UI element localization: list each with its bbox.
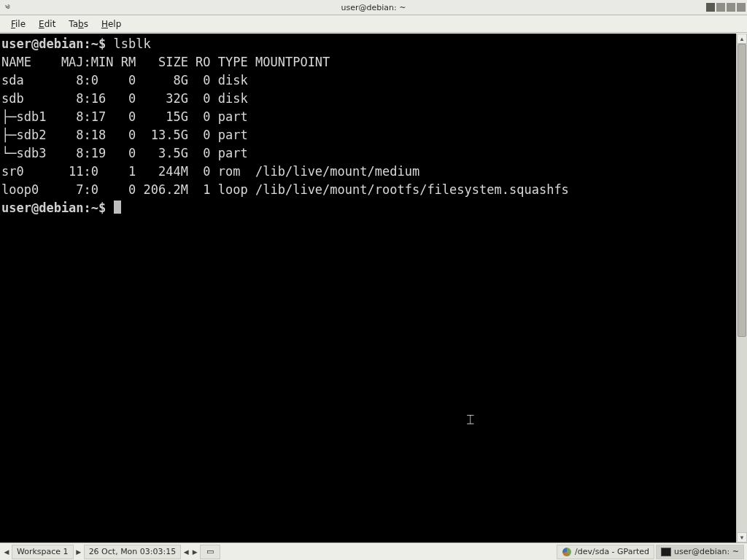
lsblk-row: loop0 7:0 0 206.2M 1 loop /lib/live/moun…: [1, 182, 569, 197]
workspace-switcher[interactable]: Workspace 1: [12, 545, 74, 559]
lsblk-row: ├─sdb1 8:17 0 15G 0 part: [1, 109, 255, 124]
tray-indicator[interactable]: [727, 3, 735, 12]
terminal-output[interactable]: user@debian:~$ lsblk NAME MAJ:MIN RM SIZ…: [0, 34, 736, 542]
shell-command: lsblk: [114, 36, 151, 51]
gparted-icon: [562, 547, 572, 557]
workspace-prev-icon[interactable]: ◀: [3, 548, 10, 556]
menu-tabs[interactable]: Tabs: [62, 18, 95, 31]
menu-edit[interactable]: Edit: [32, 18, 62, 31]
bottom-taskbar: ◀ Workspace 1 ▶ 26 Oct, Mon 03:03:15 ◀ ▶…: [0, 542, 747, 560]
lsblk-row: └─sdb3 8:19 0 3.5G 0 part: [1, 146, 255, 160]
shell-prompt: user@debian:~$: [1, 36, 106, 51]
taskbar-clock[interactable]: 26 Oct, Mon 03:03:15: [84, 545, 182, 559]
terminal-window: user@debian:~$ lsblk NAME MAJ:MIN RM SIZ…: [0, 33, 747, 542]
tray-indicator[interactable]: [716, 3, 725, 12]
scroll-down-button[interactable]: ▾: [737, 532, 747, 542]
clock-text: 26 Oct, Mon 03:03:15: [89, 547, 177, 556]
terminal-scrollbar[interactable]: ▴ ▾: [736, 34, 747, 542]
scrollbar-thumb[interactable]: [738, 44, 746, 337]
terminal-cursor: [114, 201, 121, 214]
system-tray: [706, 3, 747, 12]
task-label: user@debian: ~: [674, 547, 739, 556]
lsblk-header: NAME MAJ:MIN RM SIZE RO TYPE MOUNTPOINT: [1, 55, 330, 69]
tray-indicator[interactable]: [737, 3, 746, 12]
desktop: ༄ user@debian: ~ File Edit Tabs Help use…: [0, 0, 747, 560]
window-title: user@debian: ~: [0, 3, 747, 12]
show-desktop-button[interactable]: ▭: [200, 545, 220, 559]
scroll-up-button[interactable]: ▴: [737, 34, 747, 44]
desktop-icon: ▭: [205, 547, 215, 557]
workspace-label: Workspace 1: [17, 547, 69, 556]
menu-file[interactable]: File: [4, 18, 32, 31]
lsblk-row: sr0 11:0 1 244M 0 rom /lib/live/mount/me…: [1, 164, 419, 179]
lsblk-row: ├─sdb2 8:18 0 13.5G 0 part: [1, 128, 255, 142]
debian-swirl-icon[interactable]: ༄: [0, 2, 15, 13]
shell-prompt: user@debian:~$: [1, 201, 106, 215]
task-label: /dev/sda - GParted: [575, 547, 649, 556]
lsblk-row: sda 8:0 0 8G 0 disk: [1, 73, 255, 88]
scrollbar-track[interactable]: [737, 44, 747, 532]
top-system-panel: ༄ user@debian: ~: [0, 0, 747, 15]
text-cursor-icon: ⌶: [467, 410, 474, 428]
lsblk-row: sdb 8:16 0 32G 0 disk: [1, 91, 255, 106]
clock-prev-icon[interactable]: ◀: [182, 548, 190, 556]
terminal-icon: [661, 547, 671, 557]
task-gparted[interactable]: /dev/sda - GParted: [557, 545, 654, 559]
tray-indicator[interactable]: [706, 3, 715, 12]
clock-next-icon[interactable]: ▶: [191, 548, 198, 556]
task-terminal[interactable]: user@debian: ~: [656, 545, 744, 559]
menu-help[interactable]: Help: [95, 18, 128, 31]
workspace-next-icon[interactable]: ▶: [75, 548, 82, 556]
menu-bar: File Edit Tabs Help: [0, 15, 747, 33]
